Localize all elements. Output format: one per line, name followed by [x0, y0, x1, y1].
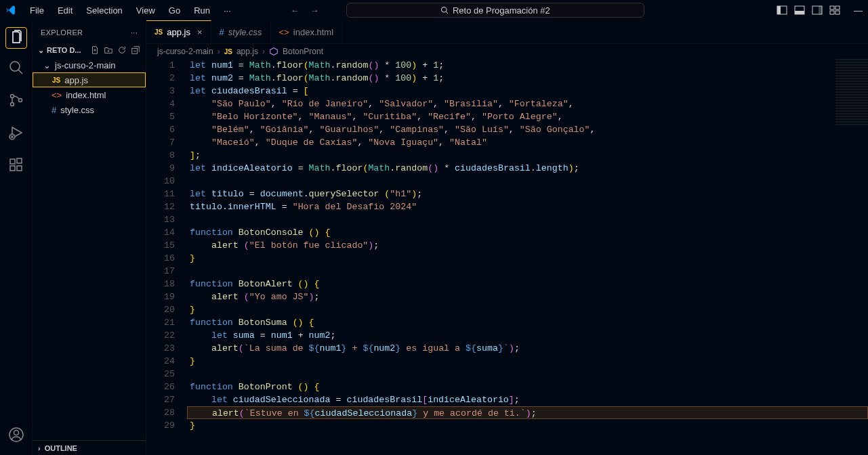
svg-rect-18: [10, 159, 15, 164]
new-file-icon[interactable]: [90, 45, 100, 55]
line-gutter: 1234567891011121314151617181920212223242…: [146, 59, 187, 455]
activity-bar: [0, 20, 33, 455]
tab-label: app.js: [167, 27, 190, 37]
folder-label: js-curso-2-main: [55, 60, 116, 70]
svg-rect-10: [830, 11, 834, 14]
close-icon[interactable]: ×: [197, 27, 203, 37]
search-activity-icon[interactable]: [0, 54, 33, 81]
chevron-right-icon: ›: [262, 47, 265, 56]
svg-rect-21: [17, 158, 22, 163]
explorer-section-title: RETO D...: [47, 46, 90, 54]
menu-selection[interactable]: Selection: [81, 3, 127, 18]
customize-layout-icon[interactable]: [829, 5, 840, 16]
title-bar: File Edit Selection View Go Run ··· ← → …: [0, 0, 868, 20]
css-file-icon: #: [220, 27, 224, 37]
html-file-icon: <>: [279, 27, 289, 37]
tab-label: style.css: [228, 27, 262, 37]
js-file-icon: JS: [224, 48, 232, 56]
svg-rect-3: [777, 6, 781, 14]
svg-point-15: [10, 103, 14, 106]
js-file-icon: JS: [52, 77, 60, 84]
svg-point-23: [14, 431, 18, 435]
minimap[interactable]: [835, 59, 868, 127]
chevron-down-icon: ⌄: [38, 46, 44, 55]
outline-section[interactable]: › OUTLINE: [33, 440, 146, 455]
vscode-logo-icon: [5, 5, 16, 16]
html-file-icon: <>: [51, 90, 62, 100]
explorer-header: EXPLORER ···: [33, 20, 146, 44]
menu-go[interactable]: Go: [163, 3, 186, 18]
chevron-down-icon: ⌄: [43, 60, 51, 70]
file-item[interactable]: JSapp.js: [33, 72, 146, 87]
code-content[interactable]: let num1 = Math.floor(Math.random() * 10…: [187, 59, 868, 455]
explorer-section-header[interactable]: ⌄ RETO D...: [33, 44, 146, 56]
explorer-activity-icon[interactable]: [5, 27, 27, 49]
breadcrumb[interactable]: js-curso-2-main › JS app.js › BotonPront: [146, 44, 868, 59]
command-center-title: Reto de Progamación #2: [453, 5, 550, 16]
file-item[interactable]: <>index.html: [33, 87, 146, 102]
new-folder-icon[interactable]: [104, 45, 113, 55]
chevron-right-icon: ›: [218, 47, 220, 56]
file-label: index.html: [66, 90, 106, 100]
toggle-secondary-sidebar-icon[interactable]: [812, 5, 823, 16]
outline-label: OUTLINE: [45, 444, 77, 452]
layout-controls: [777, 5, 840, 16]
toggle-primary-sidebar-icon[interactable]: [777, 5, 787, 16]
breadcrumb-symbol[interactable]: BotonPront: [283, 47, 323, 56]
minimize-icon[interactable]: —: [854, 5, 863, 16]
svg-point-0: [441, 7, 447, 13]
run-debug-activity-icon[interactable]: [0, 119, 33, 146]
js-file-icon: JS: [154, 28, 163, 36]
svg-line-13: [18, 70, 22, 74]
tab-label: index.html: [293, 27, 333, 37]
file-item[interactable]: #style.css: [33, 102, 146, 117]
explorer-more-icon[interactable]: ···: [131, 28, 138, 37]
editor-tab[interactable]: #style.css: [211, 20, 271, 43]
menu-file[interactable]: File: [24, 3, 49, 18]
breadcrumb-file[interactable]: app.js: [236, 47, 258, 56]
editor-tabs: JSapp.js×#style.css<>index.html: [146, 20, 868, 44]
svg-point-12: [10, 62, 20, 71]
svg-line-1: [446, 12, 448, 14]
file-tree: ⌄ js-curso-2-main JSapp.js<>index.html#s…: [33, 56, 146, 118]
svg-rect-8: [830, 6, 834, 9]
refresh-icon[interactable]: [117, 45, 127, 55]
accounts-activity-icon[interactable]: [0, 421, 33, 448]
toggle-panel-icon[interactable]: [794, 5, 805, 16]
folder-item[interactable]: ⌄ js-curso-2-main: [33, 58, 146, 72]
nav-forward-icon[interactable]: →: [310, 5, 319, 16]
menu-view[interactable]: View: [131, 3, 161, 18]
nav-arrows: ← →: [291, 5, 319, 16]
search-icon: [440, 6, 449, 14]
file-label: app.js: [64, 75, 88, 85]
code-editor[interactable]: 1234567891011121314151617181920212223242…: [146, 59, 868, 455]
svg-rect-5: [795, 11, 804, 14]
menu-more[interactable]: ···: [218, 3, 236, 18]
css-file-icon: #: [51, 105, 56, 115]
editor-area: JSapp.js×#style.css<>index.html js-curso…: [146, 20, 868, 455]
menu-bar: File Edit Selection View Go Run ···: [24, 3, 236, 18]
collapse-all-icon[interactable]: [131, 45, 140, 55]
svg-rect-11: [835, 11, 840, 14]
menu-edit[interactable]: Edit: [52, 3, 78, 18]
command-center[interactable]: Reto de Progamación #2: [346, 3, 644, 18]
breadcrumb-folder[interactable]: js-curso-2-main: [157, 47, 213, 56]
file-label: style.css: [60, 105, 94, 115]
explorer-sidebar: EXPLORER ··· ⌄ RETO D... ⌄ js-curso-2-ma…: [33, 20, 146, 455]
svg-point-14: [10, 95, 14, 98]
method-icon: [269, 47, 278, 56]
editor-tab[interactable]: JSapp.js×: [146, 20, 211, 43]
svg-rect-9: [835, 6, 840, 9]
window-controls: —: [854, 5, 863, 16]
nav-back-icon[interactable]: ←: [291, 5, 299, 16]
svg-point-16: [18, 99, 22, 102]
svg-rect-19: [10, 166, 15, 171]
svg-rect-7: [819, 6, 822, 14]
extensions-activity-icon[interactable]: [0, 152, 33, 179]
editor-tab[interactable]: <>index.html: [271, 20, 342, 43]
chevron-right-icon: ›: [38, 444, 41, 452]
svg-rect-20: [17, 166, 22, 171]
explorer-title: EXPLORER: [41, 28, 83, 37]
menu-run[interactable]: Run: [188, 3, 215, 18]
source-control-activity-icon[interactable]: [0, 87, 33, 114]
